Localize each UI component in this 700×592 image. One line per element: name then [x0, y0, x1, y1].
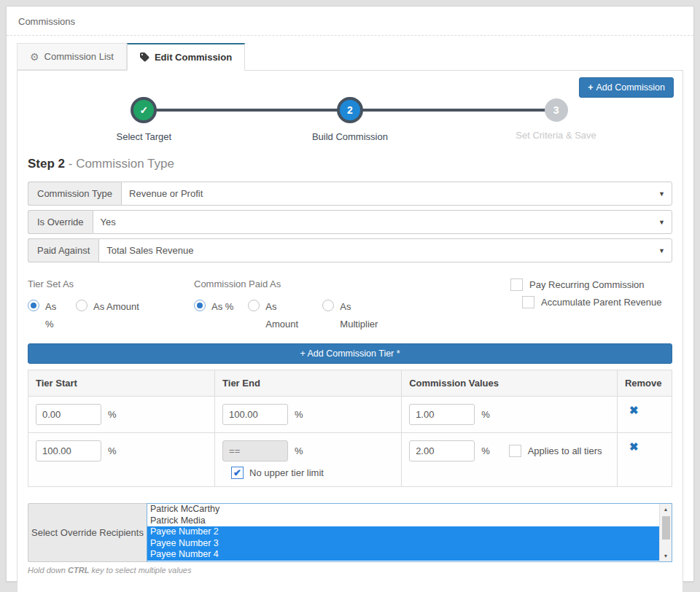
- percent-suffix: %: [295, 445, 303, 456]
- step-3-label: Set Criteria & Save: [516, 130, 596, 141]
- paid-against-label: Paid Against: [28, 238, 98, 262]
- checkbox-accumulate-parent[interactable]: Accumulate Parent Revenue: [522, 296, 672, 308]
- tier-end-header: Tier End: [215, 370, 402, 397]
- scrollbar-thumb[interactable]: [662, 516, 670, 540]
- paid-against-group: Paid Against Total Sales Revenue ▼: [28, 238, 672, 262]
- tab-commission-list[interactable]: ⚙ Commission List: [17, 43, 127, 70]
- tier-set-as-label: Tier Set As: [28, 279, 194, 289]
- step-set-criteria[interactable]: 3 Set Criteria & Save: [453, 97, 659, 142]
- tier-row-2: % % ✔ No upper tier limit: [28, 433, 672, 487]
- override-recipients-group: Select Override Recipients Patrick McCar…: [28, 503, 672, 562]
- is-override-group: Is Override Yes ▼: [28, 210, 672, 234]
- percent-suffix: %: [481, 409, 490, 420]
- commission-type-select[interactable]: Revenue or Profit ▼: [121, 182, 672, 206]
- step-2-circle: 2: [337, 97, 363, 123]
- chevron-down-icon: ▼: [658, 219, 665, 226]
- radio-unselected-icon: [76, 300, 88, 311]
- tab-edit-commission-label: Edit Commission: [155, 52, 232, 63]
- tier-start-header: Tier Start: [28, 370, 215, 397]
- radio-tier-as-amount[interactable]: As Amount: [76, 298, 139, 333]
- tag-icon: [140, 52, 149, 62]
- radio-tier-as-percent[interactable]: As %: [28, 298, 61, 333]
- ctrl-hint: Hold down CTRL key to select multiple va…: [28, 566, 672, 575]
- no-upper-tier-limit-checkbox[interactable]: ✔ No upper tier limit: [231, 467, 394, 479]
- checkbox-checked-icon: ✔: [231, 467, 244, 479]
- recipient-option[interactable]: Payee Number 2: [147, 526, 659, 538]
- percent-suffix: %: [295, 409, 303, 420]
- check-icon: ✓: [139, 104, 148, 116]
- remove-tier-button-2[interactable]: ✖: [625, 440, 664, 453]
- recipient-option[interactable]: Patrick Media: [147, 515, 659, 527]
- gears-icon: ⚙: [30, 52, 39, 62]
- remove-header: Remove: [617, 370, 672, 397]
- tab-edit-commission[interactable]: Edit Commission: [127, 43, 245, 71]
- plus-icon: +: [588, 82, 593, 93]
- edit-commission-pane: +Add Commission ✓ Select Target 2 Build …: [17, 70, 683, 592]
- percent-suffix: %: [481, 445, 490, 456]
- percent-suffix: %: [108, 445, 117, 456]
- page-title: Commissions: [7, 7, 693, 36]
- add-commission-button[interactable]: +Add Commission: [579, 77, 674, 98]
- radio-unselected-icon: [322, 300, 334, 311]
- step-1-circle: ✓: [131, 97, 157, 123]
- checkbox-unchecked-icon: [510, 279, 523, 291]
- commission-type-group: Commission Type Revenue or Profit ▼: [28, 182, 672, 206]
- wizard-stepper: ✓ Select Target 2 Build Commission 3 Set…: [41, 97, 659, 142]
- tab-bar: ⚙ Commission List Edit Commission: [17, 43, 683, 70]
- override-recipients-label: Select Override Recipients: [28, 503, 147, 562]
- step-1-label: Select Target: [116, 131, 171, 142]
- radio-selected-icon: [28, 300, 39, 311]
- tab-commission-list-label: Commission List: [44, 51, 114, 62]
- scroll-down-icon[interactable]: ▼: [660, 550, 672, 561]
- checkbox-unchecked-icon: [522, 296, 534, 308]
- tier-end-input-2: [222, 440, 288, 461]
- recipient-option[interactable]: Payee Number 5: [147, 561, 659, 563]
- tier-start-input-2[interactable]: [36, 440, 101, 461]
- tier-row-1: % % %: [28, 397, 672, 433]
- chevron-down-icon: ▼: [658, 247, 665, 254]
- commission-values-header: Commission Values: [402, 370, 618, 397]
- commission-value-input-1[interactable]: [409, 404, 475, 425]
- plus-icon: +: [300, 348, 307, 359]
- radio-paid-as-amount[interactable]: As Amount: [248, 298, 308, 333]
- step-2-label: Build Commission: [312, 131, 388, 142]
- checkbox-unchecked-icon: [509, 445, 521, 457]
- applies-to-all-tiers-checkbox[interactable]: Applies to all tiers: [509, 445, 602, 457]
- commission-value-input-2[interactable]: [409, 440, 475, 461]
- is-override-select[interactable]: Yes ▼: [93, 210, 672, 234]
- commissions-panel: Commissions ⚙ Commission List Edit Commi…: [6, 6, 694, 582]
- options-row: Tier Set As As % As Amount Commission Pa: [28, 279, 672, 333]
- add-commission-tier-button[interactable]: + Add Commission Tier *: [28, 343, 672, 364]
- radio-paid-as-percent[interactable]: As %: [194, 298, 233, 333]
- tier-table-header-row: Tier Start Tier End Commission Values Re…: [28, 370, 672, 397]
- radio-unselected-icon: [248, 300, 260, 311]
- paid-against-select[interactable]: Total Sales Revenue ▼: [98, 238, 672, 262]
- is-override-label: Is Override: [28, 210, 93, 234]
- tier-end-input-1[interactable]: [222, 404, 288, 425]
- step-3-circle: 3: [545, 98, 568, 122]
- step-select-target[interactable]: ✓ Select Target: [41, 97, 247, 142]
- tier-table: Tier Start Tier End Commission Values Re…: [28, 370, 672, 487]
- recipient-option[interactable]: Patrick McCarthy: [147, 504, 659, 515]
- recipient-option[interactable]: Payee Number 3: [147, 538, 659, 550]
- radio-paid-as-multiplier[interactable]: As Multiplier: [322, 298, 382, 333]
- scrollbar[interactable]: ▲ ▼: [659, 504, 672, 561]
- scroll-up-icon[interactable]: ▲: [660, 504, 672, 515]
- checkbox-pay-recurring[interactable]: Pay Recurring Commission: [510, 279, 672, 291]
- override-recipients-select[interactable]: Patrick McCarthy Patrick Media Payee Num…: [147, 503, 672, 562]
- tier-start-input-1[interactable]: [36, 404, 101, 425]
- commission-type-label: Commission Type: [28, 182, 121, 206]
- chevron-down-icon: ▼: [658, 190, 665, 198]
- radio-selected-icon: [194, 300, 206, 311]
- remove-tier-button-1[interactable]: ✖: [625, 404, 664, 417]
- recipient-option[interactable]: Payee Number 4: [147, 549, 659, 561]
- step-heading: Step 2 - Commission Type: [28, 157, 672, 171]
- percent-suffix: %: [108, 409, 117, 420]
- commission-paid-as-label: Commission Paid As: [194, 279, 480, 289]
- step-build-commission[interactable]: 2 Build Commission: [247, 97, 454, 142]
